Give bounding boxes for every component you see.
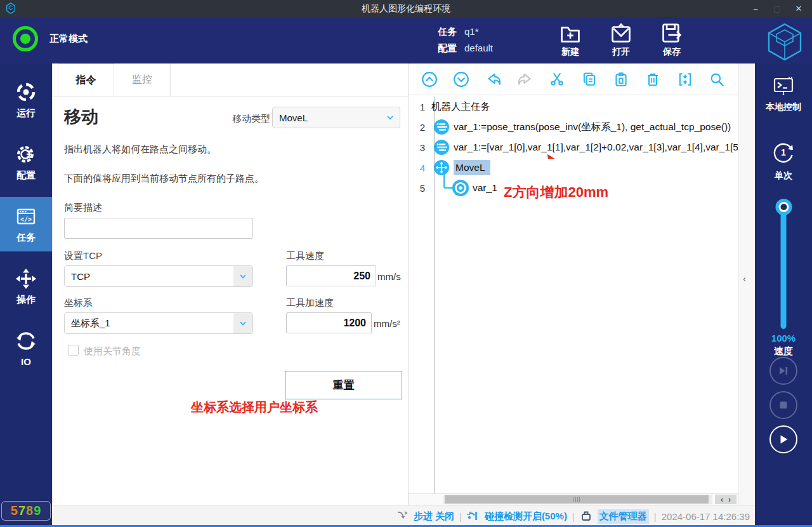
chevron-down-icon — [233, 266, 252, 286]
stop-button[interactable] — [769, 391, 797, 419]
run-target-icon — [15, 81, 37, 103]
tree-row-movel[interactable]: 4 MoveL — [409, 157, 738, 178]
mode-label: 正常模式 — [49, 33, 88, 45]
file-manager-status[interactable]: 文件管理器 — [598, 509, 649, 524]
horizontal-scrollbar[interactable]: ‹ › — [409, 493, 738, 505]
new-folder-icon — [558, 21, 582, 45]
svg-text:</>: </> — [20, 216, 32, 223]
play-icon — [776, 432, 790, 446]
tool-accel-label: 工具加速度 — [286, 297, 334, 309]
app-window: 机器人图形化编程环境 – ▢ ✕ 正常模式 任务q1* 配置default 新建… — [0, 0, 812, 527]
collapse-chevron-icon[interactable]: ‹ — [743, 273, 746, 284]
move-node-down-button[interactable] — [452, 70, 471, 89]
window-title: 机器人图形化编程环境 — [0, 3, 812, 15]
save-icon — [660, 21, 684, 45]
speed-percent: 100% — [755, 333, 812, 344]
maximize-button[interactable]: ▢ — [768, 1, 787, 17]
skip-next-icon — [776, 364, 790, 378]
brief-desc-input[interactable] — [64, 218, 253, 239]
frame-label: 坐标系 — [64, 297, 93, 309]
tool-accel-unit: mm/s² — [374, 318, 400, 329]
collapse-node-button[interactable] — [676, 70, 695, 89]
local-control-button[interactable]: 本地控制 — [755, 75, 812, 113]
header: 正常模式 任务q1* 配置default 新建 打开 保存 — [0, 17, 812, 63]
tree-toolbar — [409, 63, 738, 95]
new-task-button[interactable]: 新建 — [558, 21, 582, 58]
reset-button[interactable]: 重置 — [285, 371, 402, 399]
terminal-icon — [772, 75, 795, 98]
task-config-info: 任务q1* 配置default — [438, 23, 493, 57]
tab-monitor[interactable]: 监控 — [114, 63, 171, 96]
panel-tabs: 指令 监控 — [53, 63, 408, 97]
sidebar-item-operate[interactable]: 操作 — [0, 259, 52, 314]
variable-node-icon — [433, 139, 450, 156]
brand-logo — [765, 22, 804, 60]
mode-indicator: 正常模式 — [13, 26, 88, 51]
tree-connector-line — [443, 174, 455, 189]
save-task-button[interactable]: 保存 — [660, 21, 684, 58]
left-sidebar: 运行 配置 </> 任务 操作 IO 5789 — [0, 63, 52, 527]
titlebar: 机器人图形化编程环境 – ▢ ✕ — [0, 0, 812, 17]
task-label: 任务 — [438, 23, 457, 40]
scrollbar-thumb[interactable] — [445, 495, 709, 504]
file-manager-icon — [580, 510, 593, 523]
copy-button[interactable] — [580, 70, 599, 89]
skip-next-button[interactable] — [769, 357, 797, 385]
speed-slider-handle[interactable] — [775, 199, 792, 215]
joint-angle-checkbox[interactable] — [68, 345, 79, 356]
io-cycle-icon — [15, 330, 37, 352]
open-task-button[interactable]: 打开 — [609, 21, 633, 58]
tcp-dropdown[interactable]: TCP — [64, 265, 253, 287]
program-tree-panel: 1 机器人主任务 2 var_1:=pose_trans(pose_inv(坐标… — [408, 63, 738, 505]
single-cycle-icon: 1 — [769, 138, 797, 166]
move-type-dropdown[interactable]: MoveL — [272, 107, 400, 128]
speed-slider[interactable] — [781, 204, 787, 329]
undo-button[interactable] — [484, 70, 503, 89]
tree-row-assign-1[interactable]: 2 var_1:=pose_trans(pose_inv(坐标系_1), get… — [409, 117, 738, 137]
sidebar-item-config[interactable]: 配置 — [0, 135, 52, 189]
sidebar-item-task[interactable]: </> 任务 — [0, 197, 52, 251]
svg-text:1: 1 — [781, 147, 786, 157]
frame-dropdown[interactable]: 坐标系_1 — [64, 312, 253, 334]
move-node-up-button[interactable] — [420, 70, 439, 89]
config-value: default — [464, 40, 493, 57]
chevron-down-icon — [233, 313, 252, 333]
cut-button[interactable] — [547, 70, 566, 89]
tool-speed-label: 工具速度 — [286, 250, 324, 262]
frame-annotation-text: 坐标系选择用户坐标系 — [191, 399, 318, 416]
page-title: 移动 — [64, 105, 98, 128]
sidebar-item-run[interactable]: 运行 — [0, 72, 52, 127]
scroll-right-button[interactable]: › — [728, 495, 731, 504]
variable-node-icon — [433, 119, 450, 135]
close-button[interactable]: ✕ — [789, 1, 808, 17]
tree-row-assign-2[interactable]: 3 var_1:=[var_1[0],var_1[1],var_1[2]+0.0… — [409, 137, 738, 157]
open-file-icon — [609, 21, 633, 45]
delete-button[interactable] — [643, 70, 662, 89]
statusbar: 步进 关闭 | 碰撞检测开启(50%) | 文件管理器 | 2024-06-17… — [52, 505, 755, 527]
sidebar-item-io[interactable]: IO — [0, 321, 52, 375]
panel-collapse-strip[interactable]: ‹ — [738, 63, 755, 505]
code-window-icon: </> — [15, 205, 37, 228]
minimize-button[interactable]: – — [746, 1, 765, 17]
description-line1: 指出机器人将如何在路点之间移动。 — [64, 143, 216, 156]
config-label: 配置 — [438, 40, 457, 57]
tab-instruction[interactable]: 指令 — [58, 63, 114, 96]
step-mode-icon — [396, 510, 409, 523]
move-arrows-icon — [15, 267, 37, 290]
tool-accel-input[interactable] — [286, 312, 372, 333]
step-mode-status[interactable]: 步进 关闭 — [414, 510, 454, 523]
z-offset-annotation-text: Z方向增加20mm — [504, 183, 608, 202]
tool-speed-input[interactable] — [286, 265, 376, 286]
play-button[interactable] — [769, 425, 797, 453]
scroll-left-button[interactable]: ‹ — [721, 495, 723, 504]
search-button[interactable] — [707, 70, 726, 89]
paste-button[interactable] — [612, 70, 631, 89]
redo-button[interactable] — [516, 70, 535, 89]
collision-detect-status[interactable]: 碰撞检测开启(50%) — [485, 510, 567, 523]
single-cycle-button[interactable]: 1 单次 — [755, 138, 812, 182]
task-value: q1* — [464, 23, 479, 40]
tree-row-root[interactable]: 1 机器人主任务 — [409, 97, 738, 117]
mode-status-icon — [13, 26, 38, 51]
tool-speed-unit: mm/s — [377, 271, 401, 282]
collision-detect-icon — [467, 510, 480, 523]
